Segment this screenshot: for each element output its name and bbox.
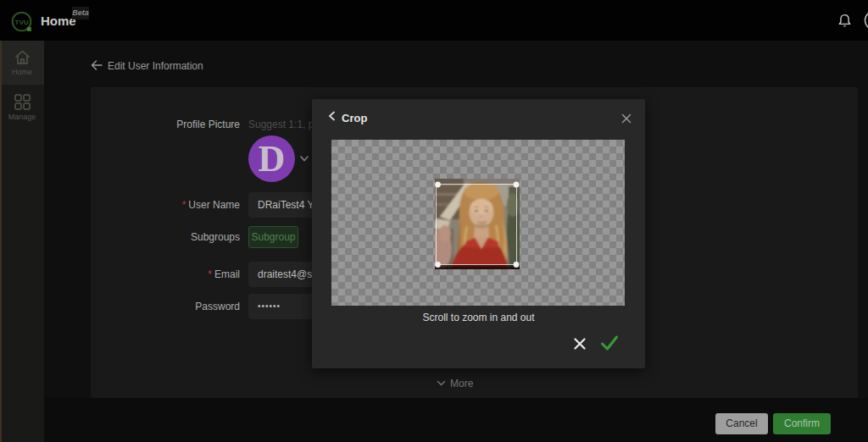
svg-text:TVU: TVU <box>15 19 29 26</box>
